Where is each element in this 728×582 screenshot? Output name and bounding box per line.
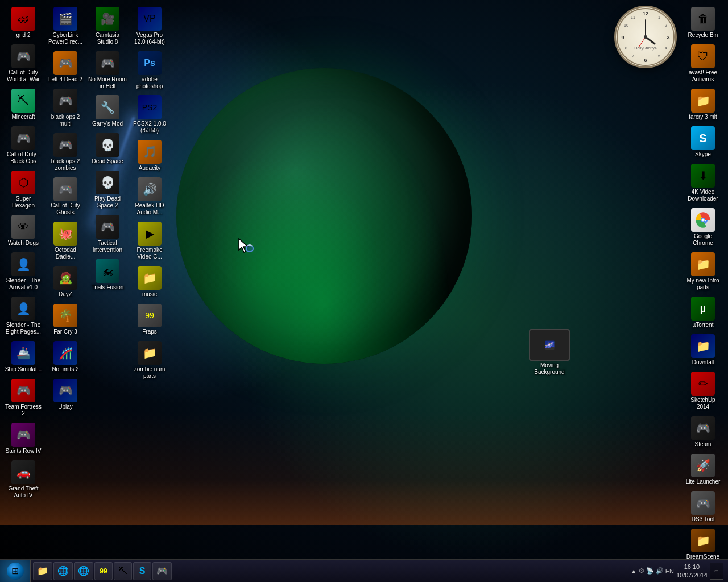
icon-octodad[interactable]: 🐙 Octodad Dadie... bbox=[45, 219, 86, 263]
icon-music[interactable]: 📁 music bbox=[129, 264, 170, 300]
icon-img-farcry3: 🌴 bbox=[53, 304, 77, 327]
icon-cod-ghosts[interactable]: 🎮 Call of Duty Ghosts bbox=[45, 175, 86, 218]
show-desktop-icon: ▭ bbox=[714, 568, 719, 573]
icon-downfall[interactable]: 📁 Downfall bbox=[682, 332, 723, 368]
icon-label-trials-fusion: Trials Fusion bbox=[92, 284, 124, 291]
desktop: 12 3 6 9 1 2 4 5 7 8 10 11 bbox=[0, 0, 728, 582]
icon-farcry3mlt[interactable]: 📁 farcry 3 mlt bbox=[682, 86, 723, 123]
icon-label-downfall: Downfall bbox=[692, 359, 714, 366]
svg-line-13 bbox=[646, 37, 655, 44]
icon-4kvideo[interactable]: ⬇ 4K Video Downloader bbox=[682, 161, 723, 205]
icon-ds3tool[interactable]: 🎮 DS3 Tool bbox=[682, 489, 723, 525]
icon-label-super-hex: Super Hexagon bbox=[4, 196, 43, 209]
icon-label-recycle-bin: Recycle Bin bbox=[688, 32, 718, 39]
icon-steam[interactable]: 🎮 Steam bbox=[682, 414, 723, 450]
icon-slender2[interactable]: 👤 Slender - The Eight Pages... bbox=[3, 294, 44, 338]
ie-icon: 🌐 bbox=[57, 566, 69, 576]
icon-adobe-ps[interactable]: Ps adobe photoshop bbox=[129, 49, 170, 92]
icon-img-octodad: 🐙 bbox=[53, 222, 77, 246]
icon-lite-launcher[interactable]: 🚀 Lite Launcher bbox=[682, 451, 723, 488]
icon-minecraft[interactable]: ⛏ Minecraft bbox=[3, 86, 44, 123]
icon-trials-fusion[interactable]: 🏍 Trials Fusion bbox=[87, 257, 128, 293]
systray-icon-4: 🔊 bbox=[656, 567, 664, 575]
icon-freemake[interactable]: ▶ Freemake Video C... bbox=[129, 219, 170, 263]
icon-saints[interactable]: 🎮 Saints Row IV bbox=[3, 421, 44, 457]
icon-img-audacity: 🎵 bbox=[138, 140, 162, 164]
steam-tb-icon: 🎮 bbox=[156, 566, 168, 576]
icon-gta4[interactable]: 🚗 Grand Theft Auto IV bbox=[3, 458, 44, 501]
svg-text:12: 12 bbox=[643, 11, 648, 16]
icon-nomoreroom[interactable]: 🎮 No More Room in Hell bbox=[87, 49, 128, 92]
icon-dayz[interactable]: 🧟 DayZ bbox=[45, 264, 86, 300]
icon-skype[interactable]: S Skype bbox=[682, 124, 723, 160]
taskbar-minecraft[interactable]: ⛏ bbox=[114, 562, 132, 580]
icon-sketchup[interactable]: ✏ SketchUp 2014 bbox=[682, 369, 723, 413]
icon-bo2-multi[interactable]: 🎮 black ops 2 multi bbox=[45, 86, 86, 130]
icon-fraps[interactable]: 99 Fraps bbox=[129, 301, 170, 338]
icon-super-hex[interactable]: ⬡ Super Hexagon bbox=[3, 168, 44, 211]
icon-chrome[interactable]: Google Chrome bbox=[682, 206, 723, 249]
icon-img-music: 📁 bbox=[138, 266, 162, 290]
icon-moving-bg[interactable]: 🌌 Moving Background bbox=[529, 327, 570, 378]
icon-farcry3[interactable]: 🌴 Far Cry 3 bbox=[45, 301, 86, 338]
taskbar-counter[interactable]: 99 bbox=[94, 562, 113, 580]
icon-vegas-pro[interactable]: VP Vegas Pro 12.0 (64-bit) bbox=[129, 5, 170, 48]
icon-tactical[interactable]: 🎮 Tactical Intervention bbox=[87, 213, 128, 256]
icon-realtek[interactable]: 🔊 Realtek HD Audio M... bbox=[129, 175, 170, 218]
icon-label-cod-wow: Call of Duty World at War bbox=[4, 69, 43, 83]
icon-img-pcsx2: PS2 bbox=[138, 95, 162, 119]
systray-icon-3: 📡 bbox=[646, 567, 654, 575]
icon-cod-bo[interactable]: 🎮 Call of Duty - Black Ops bbox=[3, 124, 44, 167]
icon-label-4kvideo: 4K Video Downloader bbox=[684, 189, 722, 202]
icon-img-bo2-zombies: 🎮 bbox=[53, 133, 77, 157]
icon-img-realtek: 🔊 bbox=[138, 177, 162, 201]
icon-label-nomoreroom: No More Room in Hell bbox=[88, 76, 127, 90]
svg-text:5: 5 bbox=[658, 54, 660, 58]
show-desktop-button[interactable]: ▭ bbox=[710, 563, 723, 580]
icon-ship-sim[interactable]: 🚢 Ship Simulat... bbox=[3, 339, 44, 375]
icon-left4dead2[interactable]: 🎮 Left 4 Dead 2 bbox=[45, 49, 86, 85]
icon-camtasia[interactable]: 🎥 Camtasia Studio 8 bbox=[87, 5, 128, 48]
taskbar-chrome[interactable]: 🌐 bbox=[74, 562, 93, 580]
taskbar-explorer[interactable]: 📁 bbox=[33, 562, 52, 580]
icon-img-moving-bg: 🌌 bbox=[529, 329, 570, 361]
taskbar-skype[interactable]: S bbox=[133, 562, 151, 580]
start-button[interactable]: ⊞ bbox=[0, 560, 31, 583]
icon-zombie-num[interactable]: 📁 zombie num parts bbox=[129, 339, 170, 382]
icon-recycle-bin[interactable]: 🗑 Recycle Bin bbox=[682, 5, 723, 41]
icon-img-my-intro: 📁 bbox=[691, 252, 715, 276]
icon-cod-wow[interactable]: 🎮 Call of Duty World at War bbox=[3, 42, 44, 85]
svg-point-16 bbox=[644, 35, 647, 39]
taskbar-steam[interactable]: 🎮 bbox=[152, 562, 172, 580]
icon-img-zombie-num: 📁 bbox=[138, 341, 162, 365]
icon-cyberlink[interactable]: 🎬 CyberLink PowerDirec... bbox=[45, 5, 86, 48]
icon-column-1: 🏎 grid 2 🎮 Call of Duty World at War ⛏ M… bbox=[3, 5, 44, 501]
icon-uplay[interactable]: 🎮 Uplay bbox=[45, 376, 86, 413]
svg-text:7: 7 bbox=[632, 54, 634, 58]
icon-grid2[interactable]: 🏎 grid 2 bbox=[3, 5, 44, 41]
icon-column-2: 🎬 CyberLink PowerDirec... 🎮 Left 4 Dead … bbox=[45, 5, 86, 413]
icon-watch-dogs[interactable]: 👁 Watch Dogs bbox=[3, 213, 44, 249]
icon-img-freemake: ▶ bbox=[138, 222, 162, 246]
icon-bo2-zombies[interactable]: 🎮 black ops 2 zombies bbox=[45, 131, 86, 174]
icon-garrysmod[interactable]: 🔧 Garry's Mod bbox=[87, 93, 128, 130]
icon-img-tactical: 🎮 bbox=[96, 215, 119, 239]
icon-label-utorrent: µTorrent bbox=[693, 322, 714, 329]
icon-play-dead-space2[interactable]: 💀 Play Dead Space 2 bbox=[87, 168, 128, 211]
icon-tf2[interactable]: 🎮 Team Fortress 2 bbox=[3, 376, 44, 419]
icon-img-dead-space: 💀 bbox=[96, 133, 119, 157]
taskbar-ie[interactable]: 🌐 bbox=[53, 562, 73, 580]
system-clock[interactable]: 16:10 10/07/2014 bbox=[676, 563, 708, 579]
icon-slender1[interactable]: 👤 Slender - The Arrival v1.0 bbox=[3, 250, 44, 293]
icon-pcsx2[interactable]: PS2 PCSX2 1.0.0 (r5350) bbox=[129, 93, 170, 136]
icon-dead-space[interactable]: 💀 Dead Space bbox=[87, 131, 128, 167]
icon-avast[interactable]: 🛡 avast! Free Antivirus bbox=[682, 42, 723, 85]
icon-my-intro[interactable]: 📁 My new Intro parts bbox=[682, 250, 723, 293]
icon-audacity[interactable]: 🎵 Audacity bbox=[129, 138, 170, 174]
icon-utorrent[interactable]: µ µTorrent bbox=[682, 294, 723, 331]
icon-label-steam: Steam bbox=[695, 441, 712, 448]
counter-icon: 99 bbox=[100, 567, 107, 575]
icon-label-gta4: Grand Theft Auto IV bbox=[4, 485, 43, 499]
icon-img-lite-launcher: 🚀 bbox=[691, 454, 715, 477]
icon-nolimits[interactable]: 🎢 NoLimits 2 bbox=[45, 339, 86, 375]
